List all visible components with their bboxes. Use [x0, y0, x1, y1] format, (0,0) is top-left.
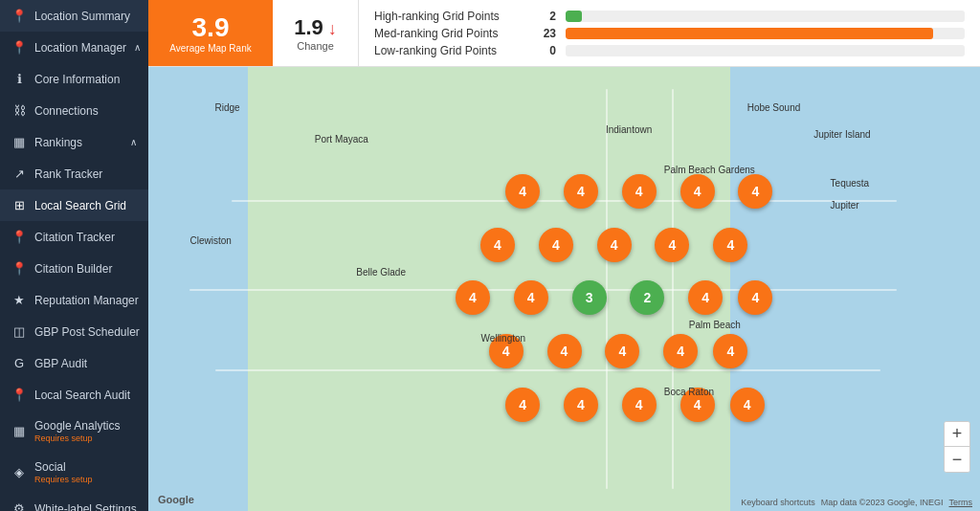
grid-dot-19[interactable]: 4 [663, 334, 698, 368]
road-v1 [606, 89, 608, 489]
grid-dot-25[interactable]: 4 [730, 388, 765, 422]
sidebar-label-gbp-post-scheduler: GBP Post Scheduler [34, 325, 140, 339]
grid-dot-13[interactable]: 2 [630, 280, 664, 315]
sidebar-label-local-search-audit: Local Search Audit [34, 389, 130, 402]
grid-dot-15[interactable]: 4 [738, 280, 772, 315]
high-ranking-bar [566, 11, 965, 22]
grid-dot-11[interactable]: 4 [514, 280, 548, 315]
high-ranking-row: High-ranking Grid Points 2 [374, 10, 965, 23]
change-box: 1.9 ↓ Change [273, 0, 359, 66]
sidebar-item-citation-builder[interactable]: 📍Citation Builder [0, 253, 148, 284]
sidebar-item-white-label-settings[interactable]: ⚙White-label Settings [0, 493, 148, 511]
grid-dot-0[interactable]: 4 [505, 174, 540, 209]
sidebar-item-location-manager[interactable]: 📍Location Manager∧ [0, 32, 148, 63]
sidebar-icon-social: ◈ [11, 465, 27, 479]
sidebar-item-connections[interactable]: ⛓Connections [0, 95, 148, 126]
sidebar-label-location-manager: Location Manager [34, 41, 126, 55]
grid-dot-6[interactable]: 4 [539, 228, 573, 262]
avg-map-rank-box: 3.9 Average Map Rank [148, 0, 273, 66]
sidebar-label-gbp-audit: GBP Audit [34, 357, 87, 370]
zoom-out-button[interactable]: − [945, 447, 969, 472]
sidebar-item-location-summary[interactable]: 📍Location Summary [0, 0, 148, 32]
sidebar-item-rank-tracker[interactable]: ↗Rank Tracker [0, 158, 148, 189]
grid-dot-22[interactable]: 4 [564, 388, 598, 422]
keyboard-shortcuts[interactable]: Keyboard shortcuts [741, 498, 815, 507]
chevron-location-manager: ∧ [134, 42, 141, 53]
grid-dot-4[interactable]: 4 [738, 174, 772, 209]
sidebar-icon-location-summary: 📍 [11, 9, 27, 23]
terms-link[interactable]: Terms [949, 498, 973, 507]
grid-dot-23[interactable]: 4 [622, 388, 657, 422]
attribution-text: Map data ©2023 Google, INEGI [821, 498, 944, 507]
sidebar-label-connections: Connections [34, 104, 99, 118]
low-ranking-count: 0 [537, 44, 556, 57]
road-h3 [215, 369, 880, 371]
zoom-controls: + − [944, 421, 970, 473]
sidebar-item-google-analytics[interactable]: ▦Google AnalyticsRequires setup [0, 411, 148, 452]
grid-dot-14[interactable]: 4 [688, 280, 723, 315]
main-content: 3.9 Average Map Rank 1.9 ↓ Change High-r… [148, 0, 980, 511]
sidebar-label-white-label-settings: White-label Settings [34, 502, 137, 512]
sidebar-item-core-information[interactable]: ℹCore Information [0, 63, 148, 95]
sidebar-item-gbp-post-scheduler[interactable]: ◫GBP Post Scheduler [0, 316, 148, 347]
grid-dot-9[interactable]: 4 [713, 228, 747, 262]
map-container[interactable]: 44444444444432444444444444 RidgePort May… [148, 67, 980, 511]
grid-dot-16[interactable]: 4 [489, 334, 523, 368]
sidebar-item-reputation-manager[interactable]: ★Reputation ManagerNew [0, 284, 148, 316]
grid-dot-1[interactable]: 4 [564, 174, 598, 209]
grid-points-section: High-ranking Grid Points 2 Med-ranking G… [359, 0, 980, 66]
grid-dot-5[interactable]: 4 [480, 228, 515, 262]
sidebar-icon-white-label-settings: ⚙ [11, 501, 27, 511]
zoom-in-button[interactable]: + [945, 422, 969, 447]
sidebar-label-rankings: Rankings [34, 136, 82, 149]
sidebar-item-gbp-audit[interactable]: GGBP Audit [0, 347, 148, 379]
requires-setup-google-analytics: Requires setup [34, 433, 120, 443]
grid-dot-2[interactable]: 4 [622, 174, 657, 209]
sidebar-icon-rankings: ▦ [11, 135, 27, 149]
grid-dot-10[interactable]: 4 [456, 280, 490, 315]
low-ranking-row: Low-ranking Grid Points 0 [374, 44, 965, 57]
med-ranking-label: Med-ranking Grid Points [374, 27, 527, 40]
change-label: Change [297, 40, 334, 52]
sidebar-icon-citation-tracker: 📍 [11, 230, 27, 244]
med-ranking-row: Med-ranking Grid Points 23 [374, 27, 965, 40]
sidebar-label-reputation-manager: Reputation Manager [34, 294, 139, 307]
sidebar-icon-connections: ⛓ [11, 103, 27, 118]
sidebar-item-local-search-grid[interactable]: ⊞Local Search Grid [0, 189, 148, 221]
sidebar-label-core-information: Core Information [34, 73, 120, 86]
sidebar-icon-reputation-manager: ★ [11, 293, 27, 307]
chevron-rankings: ∧ [130, 137, 137, 147]
sidebar-label-social: SocialRequires setup [34, 460, 93, 484]
sidebar-label-local-search-grid: Local Search Grid [34, 199, 126, 212]
grid-dot-20[interactable]: 4 [713, 334, 747, 368]
google-watermark: Google [158, 494, 194, 505]
grid-dot-24[interactable]: 4 [680, 388, 715, 422]
avg-map-rank-label: Average Map Rank [169, 43, 251, 54]
sidebar-item-rankings[interactable]: ▦Rankings∧ [0, 126, 148, 158]
sidebar-item-local-search-audit[interactable]: 📍Local Search Audit [0, 379, 148, 411]
sidebar-icon-local-search-grid: ⊞ [11, 198, 27, 212]
sidebar-icon-location-manager: 📍 [11, 40, 27, 55]
grid-dot-8[interactable]: 4 [655, 228, 689, 262]
sidebar-icon-rank-tracker: ↗ [11, 167, 27, 181]
grid-dot-21[interactable]: 4 [505, 388, 540, 422]
sidebar-item-social[interactable]: ◈SocialRequires setup [0, 452, 148, 493]
sidebar-icon-google-analytics: ▦ [11, 424, 27, 438]
grid-dot-17[interactable]: 4 [547, 334, 582, 368]
sidebar-label-google-analytics: Google AnalyticsRequires setup [34, 419, 120, 443]
sidebar-label-rank-tracker: Rank Tracker [34, 167, 102, 181]
avg-map-rank-value: 3.9 [192, 12, 230, 43]
high-ranking-bar-fill [566, 11, 582, 22]
grid-dot-3[interactable]: 4 [680, 174, 715, 209]
sidebar-icon-core-information: ℹ [11, 72, 27, 86]
low-ranking-bar [566, 45, 965, 56]
sidebar-label-citation-builder: Citation Builder [34, 262, 112, 276]
sidebar: 📍Location Summary📍Location Manager∧ℹCore… [0, 0, 148, 511]
map-attribution: Keyboard shortcuts Map data ©2023 Google… [741, 498, 972, 507]
sidebar-item-citation-tracker[interactable]: 📍Citation Tracker [0, 221, 148, 253]
med-ranking-count: 23 [537, 27, 556, 40]
grid-dot-12[interactable]: 3 [572, 280, 607, 315]
grid-dot-18[interactable]: 4 [605, 334, 639, 368]
grid-dot-7[interactable]: 4 [597, 228, 632, 262]
high-ranking-count: 2 [537, 10, 556, 23]
